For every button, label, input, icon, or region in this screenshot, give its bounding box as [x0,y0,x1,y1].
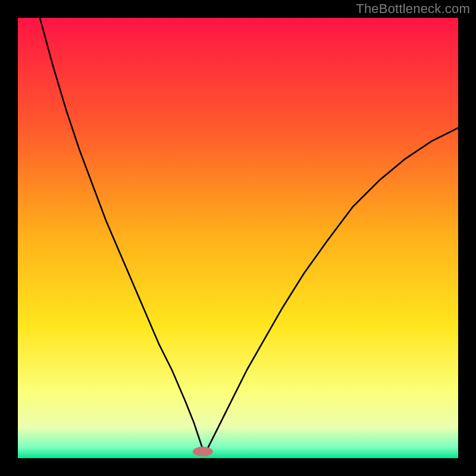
optimal-point-marker [193,447,213,456]
chart-frame: TheBottleneck.com [0,0,476,476]
bottleneck-chart [18,18,458,458]
watermark-text: TheBottleneck.com [356,1,470,17]
gradient-background [18,18,458,458]
